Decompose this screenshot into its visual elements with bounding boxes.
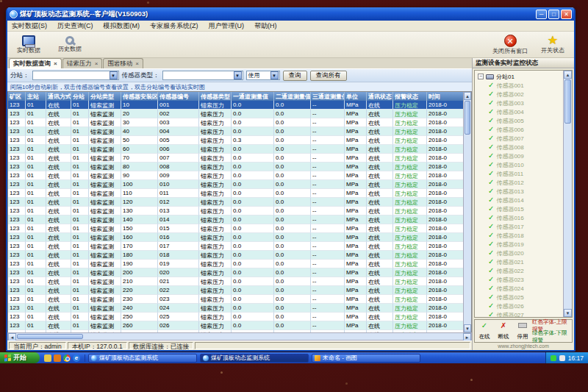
scrollbar-thumb[interactable] (465, 101, 470, 135)
tree-item-sensor-006[interactable]: ✓传感器006 (478, 125, 563, 134)
column-header-1[interactable]: 主站 (26, 92, 46, 101)
collapse-icon[interactable]: − (478, 74, 484, 79)
tree-item-sensor-019[interactable]: ✓传感器019 (478, 240, 563, 249)
table-row[interactable]: 12301在线01锚索监测120012锚索压力0.00.0--MPa在线压力稳定… (8, 198, 463, 207)
tab-close-icon[interactable]: × (95, 60, 98, 67)
chevron-down-icon[interactable]: ▼ (234, 71, 242, 79)
table-row[interactable]: 12301在线01锚索监测10001锚索压力0.00.0--MPa在线压力稳定2… (8, 101, 463, 110)
tree-item-sensor-002[interactable]: ✓传感器002 (478, 90, 563, 99)
table-row[interactable]: 12301在线01锚索监测140014锚索压力0.00.0--MPa在线压力稳定… (8, 215, 463, 224)
scroll-up-icon[interactable]: ▲ (564, 71, 572, 79)
taskbar-button-0[interactable]: 煤矿顶板动态监测系统 (88, 354, 197, 363)
tree-item-sensor-012[interactable]: ✓传感器012 (478, 178, 563, 187)
tree-item-sensor-005[interactable]: ✓传感器005 (478, 116, 563, 125)
history-data-button[interactable]: 历史数据 (53, 32, 87, 57)
tree-item-sensor-025[interactable]: ✓传感器025 (478, 293, 563, 302)
table-row[interactable]: 12301在线01锚索监测230023锚索压力0.00.0--MPa在线压力稳定… (8, 295, 463, 304)
tray-volume-icon[interactable] (559, 355, 565, 361)
tab-1[interactable]: 锚索压力× (62, 58, 103, 68)
tab-0[interactable]: 实时数据查询× (9, 58, 62, 68)
menu-item-0[interactable]: 实时数据(S) (12, 21, 47, 31)
table-row[interactable]: 12301在线01锚索监测270027锚索压力0.00.0--MPa在线压力稳定… (8, 330, 463, 332)
station-combobox[interactable]: ▼ (32, 71, 119, 80)
close-all-windows-button[interactable]: ✕ 关闭所有窗口 (489, 32, 531, 57)
table-row[interactable]: 12301在线01锚索监测200020锚索压力0.00.0--MPa在线压力稳定… (8, 268, 463, 277)
tree-item-sensor-016[interactable]: ✓传感器016 (478, 213, 563, 222)
switch-status-button[interactable]: ★ 开关状态 (536, 32, 570, 57)
vertical-scrollbar[interactable]: ▲ ▼ (463, 92, 471, 332)
tree-item-sensor-008[interactable]: ✓传感器008 (478, 143, 563, 152)
column-header-5[interactable]: 传感器安装区域 (121, 92, 158, 101)
folder-icon[interactable] (44, 354, 51, 362)
scrollbar-thumb[interactable] (17, 334, 83, 339)
tab-close-icon[interactable]: × (54, 60, 57, 67)
tree-item-sensor-009[interactable]: ✓传感器009 (478, 152, 563, 160)
tree-item-sensor-003[interactable]: ✓传感器003 (478, 99, 563, 107)
table-row[interactable]: 12301在线01锚索监测240024锚索压力0.00.0--MPa在线压力稳定… (8, 304, 463, 313)
table-row[interactable]: 12301在线01锚索监测70007锚索压力0.00.0--MPa在线压力稳定2… (8, 154, 463, 163)
scroll-up-icon[interactable]: ▲ (464, 92, 471, 100)
column-header-11[interactable]: 单位 (345, 92, 367, 101)
column-header-8[interactable]: 一通道测量值 (232, 92, 274, 101)
taskbar-button-2[interactable]: 未命名 - 画图 (312, 354, 420, 363)
tree-item-sensor-024[interactable]: ✓传感器024 (478, 284, 563, 293)
column-header-7[interactable]: 传感器类型 (199, 92, 232, 101)
table-row[interactable]: 12301在线01锚索监测80008锚索压力0.00.0--MPa在线压力稳定2… (8, 163, 463, 171)
tab-close-icon[interactable]: × (135, 60, 139, 67)
tree-item-sensor-027[interactable]: ✓传感器027 (478, 310, 563, 317)
start-button[interactable]: 开始 (0, 352, 40, 363)
table-row[interactable]: 12301在线01锚索监测160016锚索压力0.00.0--MPa在线压力稳定… (8, 233, 463, 242)
scrollbar-thumb[interactable] (564, 79, 571, 124)
tree-item-sensor-026[interactable]: ✓传感器026 (478, 302, 563, 310)
table-row[interactable]: 12301在线01锚索监测110011锚索压力0.00.0--MPa在线压力稳定… (8, 189, 463, 198)
table-row[interactable]: 12301在线01锚索监测250025锚索压力0.00.0--MPa在线压力稳定… (8, 313, 463, 321)
tree-item-sensor-021[interactable]: ✓传感器021 (478, 257, 563, 266)
tab-2[interactable]: 围岩移动× (103, 58, 143, 68)
tree-item-sensor-014[interactable]: ✓传感器014 (478, 196, 563, 204)
internet-explorer-icon[interactable]: e (73, 354, 80, 362)
table-row[interactable]: 12301在线01锚索监测20002锚索压力0.00.0--MPa在线压力稳定2… (8, 110, 463, 118)
tree-item-sensor-007[interactable]: ✓传感器007 (478, 134, 563, 143)
table-row[interactable]: 12301在线01锚索监测260026锚索压力0.00.0--MPa在线压力稳定… (8, 321, 463, 330)
table-row[interactable]: 12301在线01锚索监测170017锚索压力0.00.0--MPa在线压力稳定… (8, 242, 463, 251)
tree-item-sensor-010[interactable]: ✓传感器010 (478, 160, 563, 169)
use-combobox[interactable]: 使用 ▼ (246, 71, 280, 80)
table-row[interactable]: 12301在线01锚索监测220022锚索压力0.00.0--MPa在线压力稳定… (8, 286, 463, 295)
table-row[interactable]: 12301在线01锚索监测40004锚索压力0.00.0--MPa在线压力稳定2… (8, 127, 463, 136)
menu-item-3[interactable]: 专家服务系统(Z) (150, 21, 198, 31)
table-row[interactable]: 12301在线01锚索监测50005锚索压力0.30.0--MPa在线压力稳定2… (8, 136, 463, 145)
column-header-13[interactable]: 报警状态 (393, 92, 427, 101)
table-row[interactable]: 12301在线01锚索监测150015锚索压力0.00.0--MPa在线压力稳定… (8, 224, 463, 233)
table-row[interactable]: 12301在线01锚索监测210021锚索压力0.00.0--MPa在线压力稳定… (8, 277, 463, 286)
tree-item-sensor-020[interactable]: ✓传感器020 (478, 249, 563, 257)
chrome-icon[interactable] (63, 354, 71, 362)
tray-status-icon[interactable] (551, 355, 556, 361)
scroll-down-icon[interactable]: ▼ (564, 309, 572, 317)
menu-item-2[interactable]: 模拟数图(M) (104, 21, 140, 31)
menu-item-4[interactable]: 用户管理(U) (209, 21, 245, 31)
column-header-6[interactable]: 传感器编号 (158, 92, 199, 101)
chevron-down-icon[interactable]: ▼ (110, 71, 118, 79)
scroll-down-icon[interactable]: ▼ (464, 324, 471, 332)
column-header-9[interactable]: 二通道测量值 (274, 92, 311, 101)
column-header-4[interactable]: 分站类型 (89, 92, 121, 101)
tree-item-sensor-015[interactable]: ✓传感器015 (478, 204, 563, 213)
tree-item-sensor-017[interactable]: ✓传感器017 (478, 222, 563, 231)
menu-item-1[interactable]: 历史查询(C) (57, 21, 93, 31)
column-header-14[interactable]: 时间 (427, 92, 463, 101)
query-all-button[interactable]: 查询所有 (310, 71, 347, 81)
table-row[interactable]: 12301在线01锚索监测190019锚索压力0.00.0--MPa在线压力稳定… (8, 260, 463, 268)
table-row[interactable]: 12301在线01锚索监测30003锚索压力0.00.0--MPa在线压力稳定2… (8, 118, 463, 127)
column-header-3[interactable]: 分站 (71, 92, 89, 101)
chevron-down-icon[interactable]: ▼ (270, 71, 279, 79)
close-button[interactable]: ✕ (561, 10, 572, 19)
menu-item-5[interactable]: 帮助(H) (254, 21, 277, 31)
tree-item-sensor-011[interactable]: ✓传感器011 (478, 169, 563, 178)
media-player-icon[interactable] (54, 354, 61, 362)
table-row[interactable]: 12301在线01锚索监测130013锚索压力0.00.0--MPa在线压力稳定… (8, 207, 463, 215)
table-row[interactable]: 12301在线01锚索监测100010锚索压力0.00.0--MPa在线压力稳定… (8, 180, 463, 189)
taskbar-button-1[interactable]: 煤矿顶板动态监测系统 (200, 354, 309, 363)
tree-group-station[interactable]: −分站01 (478, 72, 563, 81)
table-row[interactable]: 12301在线01锚索监测90009锚索压力0.00.0--MPa在线压力稳定2… (8, 171, 463, 180)
tree-item-sensor-023[interactable]: ✓传感器023 (478, 275, 563, 284)
